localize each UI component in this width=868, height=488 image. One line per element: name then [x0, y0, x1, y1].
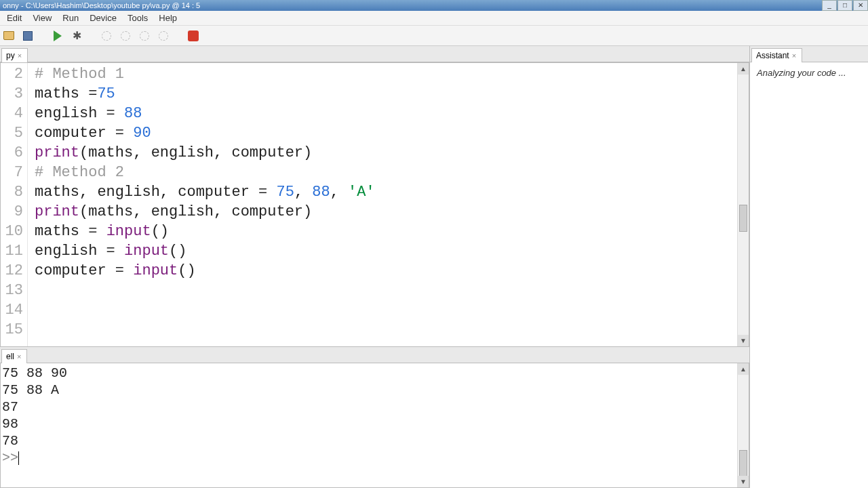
maximize-button[interactable]: □	[837, 0, 852, 11]
close-icon[interactable]: ×	[792, 52, 796, 60]
run-button[interactable]	[50, 28, 65, 43]
bug-icon: ✱	[73, 29, 81, 42]
scroll-down-icon[interactable]: ▼	[738, 335, 749, 346]
close-icon[interactable]: ×	[17, 352, 21, 361]
assistant-tab-row: Assistant ×	[750, 46, 868, 62]
line-gutter: 23456789101112131415	[1, 63, 28, 346]
shell-tab[interactable]: ell ×	[1, 349, 27, 363]
scroll-up-icon[interactable]: ▲	[738, 363, 749, 375]
toolbar: ✱	[0, 26, 868, 46]
menu-device[interactable]: Device	[84, 12, 122, 24]
assistant-tab-label: Assistant	[756, 51, 789, 60]
scroll-down-icon[interactable]: ▼	[738, 476, 749, 487]
window-titlebar: onny - C:\Users\Hashim\Desktop\youtube p…	[0, 0, 868, 11]
scroll-up-icon[interactable]: ▲	[738, 63, 749, 75]
shell-tab-label: ell	[6, 352, 14, 361]
step-over-icon	[102, 31, 111, 41]
code-editor[interactable]: 23456789101112131415 # Method 1maths =75…	[0, 62, 749, 347]
close-icon[interactable]: ×	[18, 52, 22, 60]
editor-tab-label: py	[6, 51, 15, 60]
step-out-button[interactable]	[137, 28, 152, 43]
menu-run[interactable]: Run	[57, 12, 84, 24]
step-into-button[interactable]	[118, 28, 133, 43]
step-over-button[interactable]	[99, 28, 114, 43]
step-into-icon	[121, 31, 130, 41]
menu-tools[interactable]: Tools	[122, 12, 153, 24]
menu-view[interactable]: View	[27, 12, 57, 24]
save-icon	[23, 31, 33, 41]
editor-scrollbar[interactable]: ▲ ▼	[737, 63, 749, 346]
assistant-panel: Analyzing your code ...	[750, 62, 868, 488]
code-area[interactable]: # Method 1maths =75english = 88computer …	[28, 63, 737, 346]
save-button[interactable]	[20, 28, 35, 43]
menu-help[interactable]: Help	[153, 12, 182, 24]
minimize-button[interactable]: _	[822, 0, 837, 11]
step-out-icon	[140, 31, 149, 41]
menubar: Edit View Run Device Tools Help	[0, 11, 868, 26]
close-button[interactable]: ✕	[853, 0, 868, 11]
shell-scrollbar[interactable]: ▲ ▼	[737, 363, 749, 487]
stop-icon	[188, 30, 199, 41]
resume-icon	[159, 31, 168, 41]
folder-icon	[3, 31, 14, 40]
scroll-thumb[interactable]	[739, 450, 747, 477]
assistant-tab[interactable]: Assistant ×	[751, 48, 802, 62]
debug-button[interactable]: ✱	[69, 28, 84, 43]
shell-output[interactable]: 75 88 9075 88 A879878>>	[1, 363, 737, 487]
stop-button[interactable]	[186, 28, 201, 43]
shell-panel[interactable]: 75 88 9075 88 A879878>> ▲ ▼	[0, 363, 749, 488]
shell-tab-row: ell ×	[0, 347, 749, 363]
window-title: onny - C:\Users\Hashim\Desktop\youtube p…	[3, 1, 200, 9]
open-button[interactable]	[1, 28, 16, 43]
assistant-status: Analyzing your code ...	[757, 68, 846, 78]
scroll-thumb[interactable]	[739, 205, 747, 232]
menu-edit[interactable]: Edit	[1, 12, 27, 24]
resume-button[interactable]	[156, 28, 171, 43]
play-icon	[54, 30, 62, 41]
editor-tab-row: py ×	[0, 46, 749, 62]
editor-tab[interactable]: py ×	[1, 48, 28, 62]
